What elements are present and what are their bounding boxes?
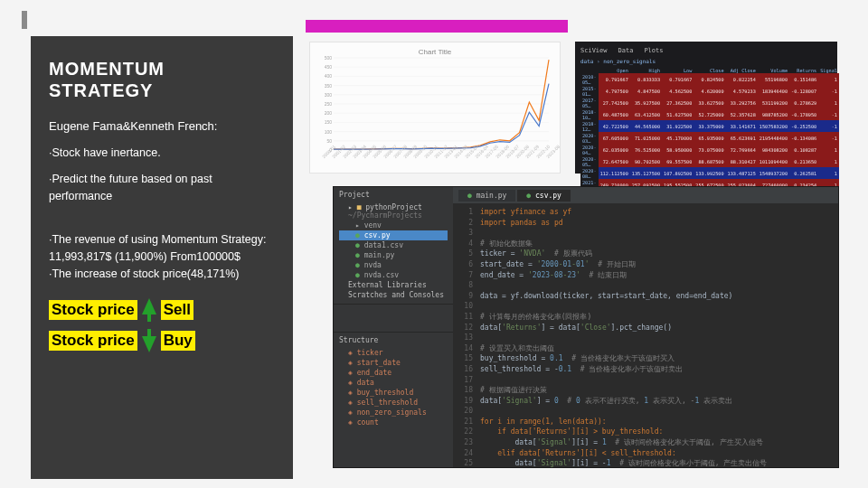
table-row[interactable]: 2020-08…112.112500135.127500107.89250013… [580, 167, 839, 179]
data-viewer-panel: SciView Data Plots data › non_zero_signa… [575, 42, 837, 174]
table-row[interactable]: 2010-05…0.7916670.8333330.7916670.824500… [580, 73, 839, 85]
table-row[interactable]: 2017-05…27.74250035.92750027.36250033.62… [580, 97, 839, 108]
badge-sell: Sell [161, 300, 193, 320]
table-row[interactable]: 2020-05…72.64750090.70250069.55750088.68… [580, 155, 839, 167]
col-header: Open [599, 67, 630, 73]
svg-text:250: 250 [325, 101, 333, 107]
slide-title-line2: STRATEGY [49, 80, 275, 101]
tree-file[interactable]: ● nvda [339, 260, 448, 270]
svg-text:400: 400 [325, 73, 333, 79]
tree-file[interactable]: ● csv.py [339, 230, 448, 240]
col-header: Returns [789, 67, 818, 73]
ide-editor-area: ● main.py● csv.py 1import yfinance as yf… [453, 187, 838, 467]
ide-sidebar: Project ▸ ■ pythonProject ~/PycharmProje… [334, 187, 453, 467]
col-header: Volume [758, 67, 789, 73]
structure-panel: Structure tickerstart_dateend_datedatabu… [334, 332, 453, 467]
col-header: High [630, 67, 662, 73]
col-header: Low [662, 67, 693, 73]
structure-label: Structure [339, 336, 448, 344]
arrow-up-icon [142, 298, 156, 322]
svg-text:350: 350 [325, 83, 333, 89]
col-header [580, 67, 599, 73]
credit-line: Eugene Fama&Kenneth French: [49, 117, 275, 136]
slide-root: MOMENTUM STRATEGY Eugene Fama&Kenneth Fr… [0, 0, 868, 488]
badge-row-sell: Stock price Sell [49, 298, 275, 322]
bullet-group: ·Stock have inertance. ·Predict the futu… [49, 145, 275, 206]
code-editor[interactable]: 1import yfinance as yf 2import pandas as… [453, 203, 838, 467]
table-head-row: OpenHighLowCloseAdj CloseVolumeReturnsSi… [580, 67, 839, 73]
tree-scratches[interactable]: Scratches and Consoles [339, 290, 448, 300]
chart-title: Chart Title [317, 48, 552, 56]
svg-text:150: 150 [325, 119, 333, 125]
tree-venv[interactable]: ▸ venv [339, 221, 448, 230]
structure-item[interactable]: start_date [339, 358, 448, 368]
table-row[interactable]: 2020-03…67.60500071.02500045.17000065.93… [580, 132, 839, 144]
table-row[interactable]: 2020-04…62.03500076.52500058.95000073.07… [580, 144, 839, 155]
chart-panel: Chart Title 0501001502002503003504004505… [309, 42, 561, 174]
editor-tab[interactable]: ● main.py [458, 190, 515, 202]
structure-item[interactable]: sell_threshold [339, 398, 448, 408]
svg-text:100: 100 [325, 129, 333, 135]
stat-2: ·The increase of stock price(48,171%) [49, 266, 275, 283]
data-viewer-tabs: SciView Data Plots [580, 47, 832, 54]
svg-text:500: 500 [325, 56, 333, 61]
table-row[interactable]: 2018-10…60.48750063.41250051.62750052.72… [580, 108, 839, 120]
sidebar-panel: MOMENTUM STRATEGY Eugene Fama&Kenneth Fr… [31, 36, 293, 479]
chart-svg: 050100150200250300350400450500 [317, 56, 552, 155]
tree-file[interactable]: ● data1.csv [339, 240, 448, 250]
structure-item[interactable]: data [339, 378, 448, 388]
tab-plots[interactable]: Plots [644, 47, 663, 54]
badge-row-buy: Stock price Buy [49, 329, 275, 352]
arrow-down-icon [142, 329, 156, 352]
badge-price-2: Stock price [49, 331, 137, 351]
tree-root-hint: ~/PycharmProjects [348, 211, 422, 220]
svg-text:200: 200 [325, 110, 333, 116]
structure-list: tickerstart_dateend_datedatabuy_threshol… [339, 348, 448, 427]
decor-pink-bar [306, 20, 568, 33]
badge-price-1: Stock price [49, 300, 137, 320]
structure-item[interactable]: non_zero_signals [339, 408, 448, 418]
badge-group: Stock price Sell Stock price Buy [49, 298, 275, 352]
slide-title: MOMENTUM STRATEGY [49, 58, 275, 101]
bullet-2: ·Predict the future based on past perfor… [49, 171, 275, 206]
structure-item[interactable]: buy_threshold [339, 388, 448, 398]
slide-title-line1: MOMENTUM [49, 58, 275, 80]
col-header: Close [693, 67, 725, 73]
col-header: Adj Close [726, 67, 758, 73]
structure-item[interactable]: ticker [339, 348, 448, 358]
ide-panel: Project ▸ ■ pythonProject ~/PycharmProje… [333, 186, 839, 468]
tab-sciview[interactable]: SciView [580, 47, 608, 54]
table-row[interactable]: 2018-12…42.72250044.56500031.92250033.37… [580, 120, 839, 132]
decor-gray-stub [22, 11, 27, 29]
col-header: Signal [818, 67, 839, 73]
chart-xlabels: 2000-012001-022002-032003-042004-052005-… [317, 155, 552, 161]
svg-text:450: 450 [325, 64, 333, 70]
structure-item[interactable]: end_date [339, 368, 448, 378]
tree-files: ● csv.py● data1.csv● main.py● nvda● nvda… [339, 230, 448, 280]
svg-text:50: 50 [326, 138, 332, 144]
tree-file[interactable]: ● nvda.csv [339, 270, 448, 280]
tree-root-name: pythonProject [365, 203, 422, 211]
project-label: Project [339, 191, 448, 199]
bullet-1: ·Stock have inertance. [49, 145, 275, 162]
structure-item[interactable]: count [339, 418, 448, 427]
chart-lines [334, 60, 549, 149]
editor-tab[interactable]: ● csv.py [517, 190, 571, 202]
tree-venv-label: venv [364, 221, 382, 230]
tab-data[interactable]: Data [618, 47, 634, 54]
data-breadcrumb: data › non_zero_signals [580, 58, 832, 64]
stat-1: ·The revenue of using Momentum Strategy:… [49, 231, 275, 267]
tree-root[interactable]: ▸ ■ pythonProject ~/PycharmProjects [339, 202, 448, 221]
badge-buy: Buy [161, 331, 195, 351]
project-tree: Project ▸ ■ pythonProject ~/PycharmProje… [334, 187, 453, 305]
editor-tabs: ● main.py● csv.py [453, 187, 838, 203]
table-row[interactable]: 2015-01…4.7975004.8475004.5625004.620000… [580, 85, 839, 97]
tree-file[interactable]: ● main.py [339, 250, 448, 260]
svg-text:300: 300 [325, 92, 333, 98]
stats-group: ·The revenue of using Momentum Strategy:… [49, 231, 275, 284]
tree-external[interactable]: External Libraries [339, 280, 448, 290]
